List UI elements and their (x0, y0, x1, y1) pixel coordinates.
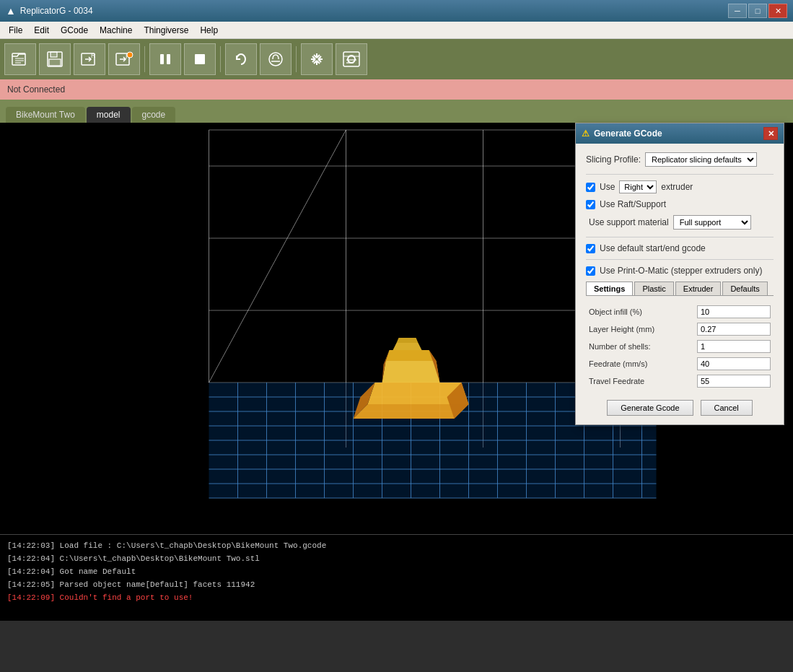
svg-rect-3 (49, 59, 61, 66)
menu-help[interactable]: Help (194, 24, 224, 37)
slicing-profile-label: Slicing Profile: (586, 154, 641, 165)
slicing-profile-select[interactable]: Replicator slicing defaults Custom (645, 152, 757, 167)
toolbar-separator-2 (220, 46, 221, 72)
dialog-body: Slicing Profile: Replicator slicing defa… (576, 144, 784, 424)
title-bar: ▲ ReplicatorG - 0034 ─ □ ✕ (0, 0, 793, 22)
console-line-1: [14:22:03] Load file : C:\Users\t_chapb\… (7, 539, 786, 552)
svg-text:R: R (91, 52, 96, 59)
gcode-dialog: ⚠ Generate GCode ✕ Slicing Profile: Repl… (575, 123, 784, 425)
dialog-warning-icon: ⚠ (582, 128, 590, 139)
console-line-5: [14:22:09] Couldn't find a port to use! (7, 591, 786, 604)
tab-model[interactable]: model (87, 107, 131, 123)
setting-input-feedrate[interactable] (697, 357, 771, 370)
tab-gcode[interactable]: gcode (132, 107, 176, 123)
table-row: Object infill (%) (586, 303, 774, 320)
console-line-2: [14:22:04] C:\Users\t_chapb\Desktop\Bike… (7, 552, 786, 565)
setting-input-layer-height[interactable] (697, 323, 771, 336)
generate-gcode-button[interactable]: Generate Gcode (607, 400, 693, 416)
tab-extruder[interactable]: Extruder (675, 282, 722, 295)
setting-input-travel[interactable] (697, 375, 771, 388)
tab-defaults[interactable]: Defaults (722, 282, 767, 295)
tab-settings[interactable]: Settings (586, 282, 633, 295)
menu-machine[interactable]: Machine (94, 24, 138, 37)
status-bar: Not Connected (0, 79, 793, 100)
open-file-button[interactable] (4, 43, 36, 75)
app-icon: ▲ (6, 5, 16, 17)
console-output: [14:22:03] Load file : C:\Users\t_chapb\… (0, 534, 793, 621)
filename-label: BikeMount Two (6, 107, 85, 123)
settings-table: Object infill (%) Layer Height (mm) Numb… (586, 303, 774, 390)
divider-3 (586, 259, 774, 260)
connection-status: Not Connected (7, 84, 65, 95)
use-default-gcode-checkbox[interactable] (586, 244, 595, 253)
save-file-button[interactable] (39, 43, 71, 75)
send-button[interactable]: R (108, 43, 140, 75)
table-row: Feedrate (mm/s) (586, 355, 774, 372)
use-default-gcode-label: Use default start/end gcode (600, 243, 706, 253)
dialog-close-button[interactable]: ✕ (763, 127, 778, 140)
support-material-label: Use support material (589, 217, 669, 227)
setting-label-shells: Number of shells: (586, 338, 694, 355)
svg-rect-9 (160, 54, 164, 64)
toolbar-separator-1 (144, 46, 145, 72)
svg-rect-2 (51, 52, 57, 57)
menu-edit[interactable]: Edit (28, 24, 55, 37)
cancel-button[interactable]: Cancel (701, 400, 753, 416)
use-print-o-matic-checkbox[interactable] (586, 266, 595, 276)
table-row: Number of shells: (586, 338, 774, 355)
svg-marker-57 (393, 343, 422, 350)
minimize-button[interactable]: ─ (728, 4, 747, 18)
table-row: Travel Feedrate (586, 372, 774, 390)
menu-file[interactable]: File (3, 24, 28, 37)
control-panel-button[interactable] (301, 43, 333, 75)
divider-2 (586, 237, 774, 237)
pause-button[interactable] (149, 43, 181, 75)
reset-button[interactable] (225, 43, 257, 75)
toolbar-separator-3 (296, 46, 297, 72)
svg-rect-13 (343, 52, 359, 66)
use-extruder-checkbox[interactable] (586, 183, 595, 192)
svg-rect-11 (195, 54, 205, 64)
close-window-button[interactable]: ✕ (768, 4, 787, 18)
extruder-side-select[interactable]: Right Left (619, 180, 657, 193)
setting-input-infill[interactable] (697, 305, 771, 318)
support-material-row: Use support material Full support Exteri… (586, 215, 774, 230)
menu-bar: File Edit GCode Machine Thingiverse Help (0, 22, 793, 39)
use-raft-checkbox[interactable] (586, 200, 595, 209)
stop-button[interactable] (184, 43, 216, 75)
tab-plastic[interactable]: Plastic (634, 282, 673, 295)
slicing-profile-row: Slicing Profile: Replicator slicing defa… (586, 152, 774, 167)
use-extruder-label: Use (600, 182, 615, 192)
svg-marker-54 (386, 350, 437, 361)
setting-label-infill: Object infill (%) (586, 303, 694, 320)
use-raft-label: Use Raft/Support (600, 199, 666, 209)
console-line-3: [14:22:04] Got name Default (7, 565, 786, 578)
settings-tabs: Settings Plastic Extruder Defaults (586, 282, 774, 296)
dialog-title-text: Generate GCode (594, 128, 662, 139)
settings-button[interactable] (336, 43, 367, 75)
setting-label-feedrate: Feedrate (mm/s) (586, 355, 694, 372)
extruder-suffix: extruder (661, 182, 693, 192)
svg-rect-10 (167, 54, 170, 64)
svg-marker-58 (397, 338, 419, 343)
menu-gcode[interactable]: GCode (55, 24, 94, 37)
support-material-select[interactable]: Full support Exterior support None (673, 215, 751, 230)
export-button[interactable]: R (74, 43, 105, 75)
divider-1 (586, 174, 774, 175)
use-extruder-row: Use Right Left extruder (586, 180, 774, 193)
dialog-actions: Generate Gcode Cancel (586, 400, 774, 416)
table-row: Layer Height (mm) (586, 320, 774, 338)
use-raft-row: Use Raft/Support (586, 199, 774, 209)
use-print-o-matic-label: Use Print-O-Matic (stepper extruders onl… (600, 266, 762, 276)
dialog-title-bar: ⚠ Generate GCode ✕ (576, 123, 784, 144)
maximize-button[interactable]: □ (748, 4, 767, 18)
svg-marker-53 (382, 361, 440, 383)
window-controls: ─ □ ✕ (728, 4, 787, 18)
build-button[interactable] (260, 43, 292, 75)
setting-input-shells[interactable] (697, 340, 771, 353)
console-line-4: [14:22:05] Parsed object name[Default] f… (7, 578, 786, 591)
menu-thingiverse[interactable]: Thingiverse (138, 24, 194, 37)
use-print-o-matic-row: Use Print-O-Matic (stepper extruders onl… (586, 266, 774, 276)
tab-bar: BikeMount Two model gcode (0, 100, 793, 123)
window-title: ReplicatorG - 0034 (20, 6, 728, 16)
